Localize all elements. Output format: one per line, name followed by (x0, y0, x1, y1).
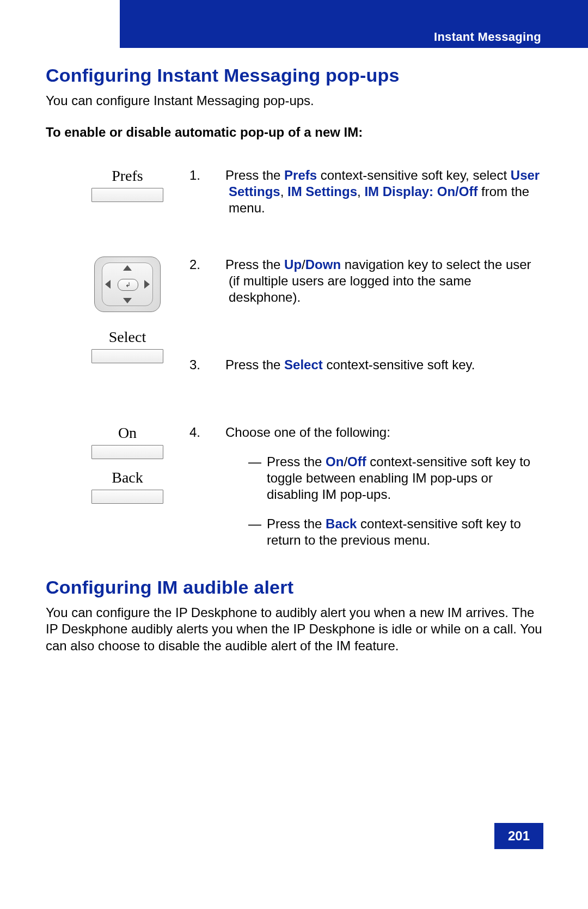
keyword-select: Select (284, 357, 323, 372)
running-header: Instant Messaging (434, 30, 541, 44)
step-4-bullets: —Press the On/Off context-sensitive soft… (209, 454, 542, 548)
keyword-off: Off (347, 454, 366, 469)
softkey-prefs: Prefs (91, 167, 163, 202)
step-2-3-graphic: ↲ Select (46, 257, 209, 373)
subheading-enable-disable: To enable or disable automatic pop-up of… (46, 125, 542, 140)
softkey-prefs-button (91, 188, 163, 202)
keyword-back: Back (326, 516, 357, 531)
softkey-select-label: Select (109, 328, 146, 346)
step-4-number: 4. (209, 424, 225, 441)
softkey-back-label: Back (112, 469, 143, 486)
keyword-im-display: IM Display: On/Off (364, 184, 477, 199)
step-1-text: 1.Press the Prefs context-sensitive soft… (209, 167, 542, 224)
softkey-select-button (91, 349, 163, 363)
step-2-number: 2. (209, 257, 225, 273)
dash-icon: — (248, 516, 267, 532)
step-3-number: 3. (209, 357, 225, 373)
keyword-on: On (326, 454, 344, 469)
page: Instant Messaging Configuring Instant Me… (0, 0, 588, 909)
nav-up-icon (123, 265, 132, 271)
audible-body: You can configure the IP Deskphone to au… (46, 605, 542, 655)
keyword-prefs: Prefs (284, 168, 317, 182)
step-4-row: On Back 4.Choose one of the following: —… (46, 424, 542, 555)
softkey-on-label: On (118, 424, 137, 442)
nav-right-icon (144, 280, 150, 289)
softkey-on-button (91, 445, 163, 459)
nav-pad-icon: ↲ (94, 257, 161, 312)
section-heading-audible: Configuring IM audible alert (46, 577, 542, 598)
softkey-on: On (91, 424, 163, 459)
softkey-prefs-label: Prefs (112, 167, 143, 185)
step-2-3-text: 2.Press the Up/Down navigation key to se… (209, 257, 542, 381)
step-4-text: 4.Choose one of the following: —Press th… (209, 424, 542, 555)
content-area: Configuring Instant Messaging pop-ups Yo… (46, 57, 542, 670)
step-4-graphic: On Back (46, 424, 209, 514)
keyword-up: Up (284, 257, 302, 272)
section-heading-popups: Configuring Instant Messaging pop-ups (46, 65, 542, 86)
softkey-select: Select (91, 328, 163, 363)
step-1-number: 1. (209, 167, 225, 184)
softkey-back: Back (91, 469, 163, 504)
softkey-back-button (91, 490, 163, 504)
keyword-down: Down (305, 257, 341, 272)
keyword-im-settings: IM Settings (287, 184, 357, 199)
page-number: 201 (494, 823, 543, 849)
intro-text: You can configure Instant Messaging pop-… (46, 93, 542, 109)
nav-left-icon (105, 280, 111, 289)
dash-icon: — (248, 454, 267, 470)
nav-enter-icon: ↲ (118, 279, 138, 291)
step-1-row: Prefs 1.Press the Prefs context-sensitiv… (46, 167, 542, 224)
step-1-graphic: Prefs (46, 167, 209, 212)
nav-down-icon (123, 298, 132, 303)
header-band: Instant Messaging (120, 0, 588, 48)
step-2-3-row: ↲ Select 2.Press the Up/Down navigation … (46, 257, 542, 381)
